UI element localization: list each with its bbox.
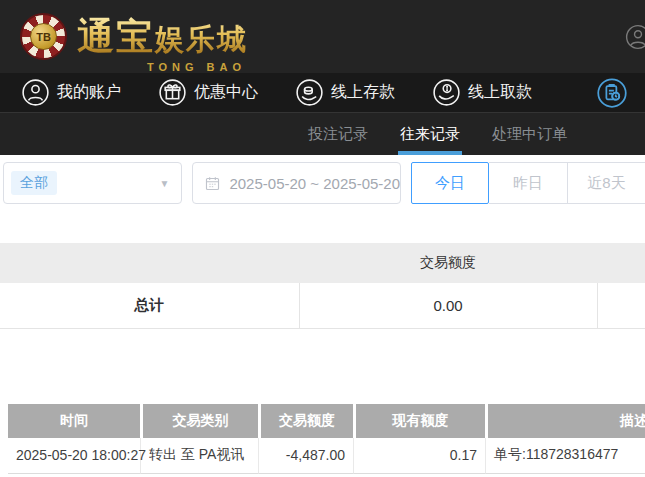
table-row: 2025-05-20 18:00:27 转出 至 PA视讯 -4,487.00 … — [8, 438, 645, 474]
cell-note: 单号:118728316477 — [485, 438, 645, 474]
gift-icon — [159, 79, 186, 106]
col-header-amount: 交易额度 — [258, 404, 353, 438]
col-header-type: 交易类别 — [140, 404, 258, 438]
nav-label: 优惠中心 — [194, 82, 258, 103]
tab-transaction-records[interactable]: 往来记录 — [384, 113, 476, 155]
summary-header-empty — [0, 243, 299, 283]
yesterday-button[interactable]: 昨日 — [489, 162, 567, 204]
type-select[interactable]: 全部 ▼ — [3, 162, 182, 204]
nav-item-promotions[interactable]: 优惠中心 — [159, 79, 258, 106]
col-header-balance: 现有额度 — [353, 404, 485, 438]
records-header-row: 时间 交易类别 交易额度 现有额度 描述 — [8, 404, 645, 438]
quick-date-buttons: 今日 昨日 近8天 — [411, 162, 645, 204]
summary-table: 交易额度 总计 0.00 — [0, 243, 645, 329]
main-nav: 我的账户 优惠中心 线上存款 线上 — [0, 73, 645, 112]
nav-label: 我的账户 — [57, 82, 121, 103]
date-range-input[interactable]: 2025-05-20 ~ 2025-05-20 — [192, 162, 401, 204]
user-icon — [22, 79, 49, 106]
nav-label: 线上取款 — [468, 82, 532, 103]
brand-chip-text: TB — [30, 23, 57, 50]
date-range-value: 2025-05-20 ~ 2025-05-20 — [229, 175, 400, 192]
filter-row: 全部 ▼ 2025-05-20 ~ 2025-05-20 今日 昨日 近8天 — [0, 155, 645, 204]
summary-total-value: 0.00 — [299, 283, 597, 328]
today-button[interactable]: 今日 — [411, 162, 489, 204]
type-select-value: 全部 — [11, 171, 57, 195]
nav-label: 线上存款 — [331, 82, 395, 103]
tab-processing-orders[interactable]: 处理中订单 — [476, 113, 583, 155]
brand-name-cn-main: 通宝 — [77, 16, 155, 57]
deposit-coins-icon — [296, 79, 323, 106]
summary-table-wrap: 交易额度 总计 0.00 — [0, 243, 645, 329]
cell-time: 2025-05-20 18:00:27 — [8, 438, 140, 474]
brand-title: 通宝娱乐城 TONG BAO — [77, 12, 248, 62]
records-table: 时间 交易类别 交易额度 现有额度 描述 2025-05-20 18:00:27… — [8, 404, 645, 474]
col-header-note: 描述 — [485, 404, 645, 438]
nav-item-withdraw[interactable]: 线上取款 — [433, 79, 532, 106]
tab-betting-records[interactable]: 投注记录 — [292, 113, 384, 155]
calendar-icon — [204, 175, 221, 192]
records-tab-bar: 投注记录 往来记录 处理中订单 — [0, 112, 645, 155]
summary-total-row: 总计 0.00 — [0, 283, 645, 328]
cell-type: 转出 至 PA视讯 — [140, 438, 258, 474]
user-avatar-icon[interactable] — [625, 24, 645, 50]
summary-total-label: 总计 — [0, 283, 299, 328]
recent-days-button[interactable]: 近8天 — [567, 162, 645, 204]
col-header-time: 时间 — [8, 404, 140, 438]
summary-header-row: 交易额度 — [0, 243, 645, 283]
brand-name-cn-sub: 娱乐城 — [155, 23, 248, 55]
withdraw-coin-icon — [433, 79, 460, 106]
brand-bar: TB 通宝娱乐城 TONG BAO — [0, 0, 645, 73]
nav-item-deposit[interactable]: 线上存款 — [296, 79, 395, 106]
brand-name-en: TONG BAO — [147, 61, 246, 73]
summary-header-amount: 交易额度 — [299, 243, 597, 283]
chevron-down-icon: ▼ — [160, 178, 170, 189]
nav-item-my-account[interactable]: 我的账户 — [22, 79, 121, 106]
transaction-records-icon[interactable] — [597, 78, 627, 108]
cell-balance: 0.17 — [353, 438, 485, 474]
brand-chip-logo: TB — [20, 13, 67, 60]
records-table-wrap: 时间 交易类别 交易额度 现有额度 描述 2025-05-20 18:00:27… — [8, 404, 645, 474]
cell-amount: -4,487.00 — [258, 438, 353, 474]
